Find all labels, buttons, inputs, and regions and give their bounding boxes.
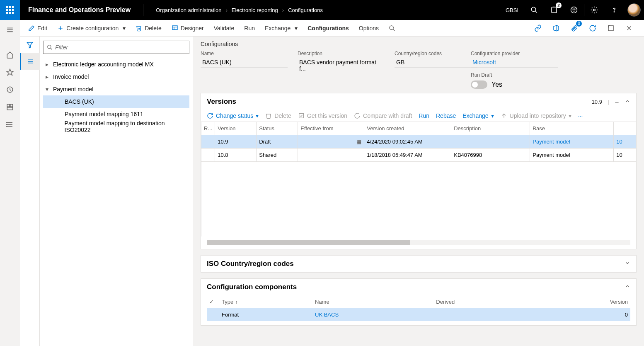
checkmark-icon[interactable]: ✓ xyxy=(209,299,214,305)
hamburger-icon[interactable] xyxy=(2,22,17,37)
col-type[interactable]: Type xyxy=(222,299,233,305)
country-value[interactable]: GB xyxy=(395,57,477,68)
table-cell[interactable]: 10 xyxy=(614,135,636,149)
filter-input[interactable] xyxy=(55,44,186,51)
link-icon[interactable] xyxy=(531,22,545,35)
validate-button[interactable]: Validate xyxy=(211,22,238,35)
name-value[interactable]: BACS (UK) xyxy=(201,57,288,68)
refresh-icon[interactable] xyxy=(586,22,599,35)
avatar[interactable] xyxy=(624,0,644,20)
expand-icon[interactable] xyxy=(625,260,630,268)
iso-country-card: ISO Country/region codes xyxy=(201,255,637,273)
description-value[interactable]: BACS vendor payment format f... xyxy=(298,57,385,74)
delete-button[interactable]: Delete xyxy=(132,22,165,35)
create-configuration-button[interactable]: Create configuration ▾ xyxy=(54,22,129,35)
table-cell xyxy=(433,308,533,321)
workspaces-icon[interactable] xyxy=(2,100,17,115)
chevron-down-icon[interactable]: ▾ xyxy=(46,86,53,93)
gear-icon[interactable] xyxy=(584,0,604,20)
star-icon[interactable] xyxy=(2,65,17,80)
breadcrumb-item[interactable]: Organization administration xyxy=(156,7,221,13)
column-header[interactable]: Version created xyxy=(364,122,451,135)
app-title: Finance and Operations Preview xyxy=(20,6,139,14)
calendar-icon[interactable]: ▦ xyxy=(356,139,361,145)
tree-filter[interactable] xyxy=(43,41,189,54)
svg-rect-49 xyxy=(299,114,303,118)
get-version-button: Get this version xyxy=(298,112,347,119)
tree-item[interactable]: BACS (UK) xyxy=(43,95,189,108)
exchange-button[interactable]: Exchange▾ xyxy=(261,22,301,35)
details-content: Configurations Name BACS (UK) Descriptio… xyxy=(193,37,644,346)
tree-item[interactable]: ▸Invoice model xyxy=(43,71,189,83)
table-row[interactable]: 10.8Shared1/18/2018 05:49:47 AMKB4076998… xyxy=(201,149,636,162)
column-header[interactable]: Status xyxy=(257,122,298,135)
column-header[interactable]: Base xyxy=(530,122,614,135)
horizontal-scrollbar[interactable] xyxy=(207,240,630,245)
options-tab[interactable]: Options xyxy=(356,22,382,35)
close-icon[interactable] xyxy=(622,22,636,35)
chevron-down-icon: ▾ xyxy=(569,112,571,119)
table-cell xyxy=(201,135,215,149)
table-cell[interactable]: Payment model xyxy=(530,135,614,149)
column-header[interactable] xyxy=(614,122,636,135)
svg-rect-0 xyxy=(6,6,8,8)
svg-rect-25 xyxy=(10,104,13,107)
change-status-button[interactable]: Change status ▾ xyxy=(207,112,259,119)
search-icon[interactable] xyxy=(524,0,544,20)
chevron-right-icon[interactable]: ▸ xyxy=(46,73,53,80)
recent-icon[interactable] xyxy=(2,82,17,97)
more-icon[interactable]: ··· xyxy=(578,112,583,119)
svg-marker-22 xyxy=(7,69,14,76)
table-cell: Payment model xyxy=(530,149,614,162)
collapse-icon[interactable] xyxy=(625,98,630,105)
column-header[interactable]: Version xyxy=(215,122,257,135)
column-header[interactable]: R... xyxy=(201,122,215,135)
version-exchange-button[interactable]: Exchange▾ xyxy=(462,112,494,119)
chevron-right-icon[interactable]: ▸ xyxy=(46,61,53,68)
tree-item[interactable]: ▸Electronic ledger accounting model MX xyxy=(43,58,189,71)
help-icon[interactable] xyxy=(604,0,624,20)
col-version[interactable]: Version xyxy=(533,295,630,308)
configurations-tab[interactable]: Configurations xyxy=(304,22,352,35)
table-cell[interactable]: UK BACS xyxy=(312,308,433,321)
app-launcher-icon[interactable] xyxy=(0,0,20,20)
filter-tab-icon[interactable] xyxy=(20,37,40,53)
breadcrumb-item[interactable]: Electronic reporting xyxy=(232,7,278,13)
tree-item[interactable]: Payment model mapping to destination ISO… xyxy=(43,120,189,133)
list-tab-icon[interactable] xyxy=(20,53,40,70)
table-row[interactable]: FormatUK BACS0 xyxy=(207,308,630,321)
provider-value[interactable]: Microsoft xyxy=(471,57,558,68)
modules-icon[interactable] xyxy=(2,117,17,132)
versions-current: 10.9 xyxy=(592,99,602,105)
rebase-button[interactable]: Rebase xyxy=(436,112,456,119)
components-title[interactable]: Configuration components xyxy=(207,283,625,291)
column-header[interactable]: Effective from xyxy=(298,122,364,135)
col-name[interactable]: Name xyxy=(312,295,433,308)
svg-rect-11 xyxy=(552,7,557,13)
table-row[interactable]: 10.9Draft▦4/24/2020 09:02:45 AMPayment m… xyxy=(201,135,636,149)
office-icon[interactable] xyxy=(550,22,563,35)
tree-item[interactable]: ▾Payment model xyxy=(43,83,189,95)
attachments-icon[interactable]: 0 xyxy=(568,22,581,35)
notifications-icon[interactable]: 2 xyxy=(544,0,564,20)
toolbar-search-icon[interactable] xyxy=(385,22,399,35)
designer-button[interactable]: Designer xyxy=(168,22,207,35)
svg-point-32 xyxy=(7,126,7,127)
company-code[interactable]: GBSI xyxy=(500,7,524,13)
smiley-icon[interactable] xyxy=(564,0,584,20)
svg-point-16 xyxy=(575,9,576,10)
column-header[interactable]: Description xyxy=(451,122,530,135)
iso-title[interactable]: ISO Country/region codes xyxy=(207,260,625,268)
tree-item[interactable]: Payment model mapping 1611 xyxy=(43,108,189,120)
table-cell: 10.8 xyxy=(215,149,257,162)
col-derived[interactable]: Derived xyxy=(433,295,533,308)
run-button[interactable]: Run xyxy=(241,22,258,35)
run-draft-toggle[interactable] xyxy=(471,80,487,89)
svg-point-30 xyxy=(7,122,7,123)
home-icon[interactable] xyxy=(2,47,17,62)
collapse-icon[interactable] xyxy=(625,283,630,291)
edit-button[interactable]: Edit xyxy=(25,22,51,35)
popout-icon[interactable] xyxy=(604,22,617,35)
breadcrumb-item[interactable]: Configurations xyxy=(288,7,323,13)
version-run-button[interactable]: Run xyxy=(419,112,429,119)
